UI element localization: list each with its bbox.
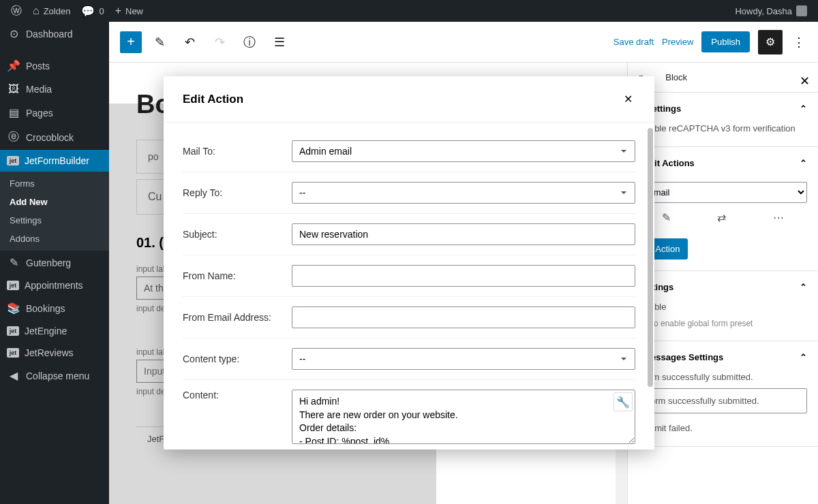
more-menu-button[interactable]: ⋮ <box>791 30 807 54</box>
panel-toggle[interactable]: l Messages Settings⌃ <box>639 352 807 362</box>
site-name[interactable]: ⌂Zolden <box>27 0 76 22</box>
message-input[interactable]: Form successfully submitted. <box>639 388 807 414</box>
panel-toggle[interactable]: ibmit Actions⌃ <box>639 158 807 168</box>
edit-mode-button[interactable]: ✎ <box>147 30 172 54</box>
menu-bookings[interactable]: 📚Bookings <box>0 296 109 320</box>
wrench-icon: 🔧 <box>616 396 630 409</box>
plus-icon: + <box>127 34 135 50</box>
undo-button[interactable]: ↶ <box>177 30 202 54</box>
more-icon[interactable]: ⋯ <box>773 210 784 226</box>
enable-label: Enable <box>639 300 807 314</box>
panel-toggle[interactable]: Settings⌃ <box>639 282 807 292</box>
avatar <box>796 5 807 16</box>
menu-appointments[interactable]: jetAppointments <box>0 274 109 296</box>
wordpress-icon: ⓦ <box>11 4 22 18</box>
new-content[interactable]: +New <box>110 0 149 22</box>
content-type-label: Content type: <box>183 353 292 364</box>
menu-crocoblock[interactable]: ⓔCrocoblock <box>0 125 109 150</box>
menu-dashboard[interactable]: ⊙Dashboard <box>0 22 109 46</box>
panel-body: Enable reCAPTCHA v3 form verification <box>639 122 807 136</box>
content-type-select[interactable]: -- <box>292 348 635 370</box>
menu-jetengine[interactable]: jetJetEngine <box>0 320 109 342</box>
outline-button[interactable]: ☰ <box>267 30 292 54</box>
close-icon: ✕ <box>624 93 633 105</box>
from-name-input[interactable] <box>292 265 635 287</box>
info-icon: ⓘ <box>243 34 256 50</box>
menu-posts[interactable]: 📌Posts <box>0 54 109 78</box>
from-email-label: From Email Address: <box>183 312 292 323</box>
admin-bar: ⓦ ⌂Zolden 💬0 +New Howdy, Dasha <box>0 0 818 22</box>
menu-jetreviews[interactable]: jetJetReviews <box>0 342 109 364</box>
admin-sidebar: ⊙Dashboard 📌Posts 🖼Media ▤Pages ⓔCrocobl… <box>0 22 109 504</box>
submenu-add-new[interactable]: Add New <box>0 193 109 211</box>
info-button[interactable]: ⓘ <box>237 30 262 54</box>
editor-toolbar: + ✎ ↶ ↷ ⓘ ☰ Save draft Preview Publish ⚙… <box>109 22 818 63</box>
settings-button[interactable]: ⚙ <box>758 30 783 54</box>
pin-icon: 📌 <box>7 59 20 72</box>
comment-icon: 💬 <box>81 5 95 18</box>
reply-to-select[interactable]: -- <box>292 182 635 204</box>
my-account[interactable]: Howdy, Dasha <box>729 0 813 22</box>
edit-action-modal: Edit Action ✕ Mail To: Admin email Reply… <box>164 76 654 450</box>
submenu-addons[interactable]: Addons <box>0 230 109 248</box>
content-label: Content: <box>183 390 292 400</box>
from-email-input[interactable] <box>292 306 635 328</box>
pencil-icon: ✎ <box>155 35 165 50</box>
wp-logo[interactable]: ⓦ <box>5 0 27 22</box>
shuffle-icon[interactable]: ⇄ <box>717 210 726 226</box>
message-label: Submit failed. <box>639 422 807 435</box>
inspector-tabs: n Block ✕ <box>628 63 818 93</box>
content-textarea[interactable] <box>292 390 635 444</box>
chevron-up-icon: ⌃ <box>800 282 807 292</box>
home-icon: ⌂ <box>33 5 40 17</box>
close-icon: ✕ <box>800 74 810 88</box>
save-draft-button[interactable]: Save draft <box>614 37 654 47</box>
panel-toggle[interactable]: a Settings⌃ <box>639 104 807 114</box>
list-icon: ☰ <box>274 35 285 50</box>
new-label: New <box>125 6 143 16</box>
modal-scrollbar[interactable] <box>648 128 653 428</box>
kebab-icon: ⋮ <box>793 35 805 50</box>
site-name-label: Zolden <box>44 6 71 16</box>
plus-icon: + <box>115 5 121 17</box>
mail-to-select[interactable]: Admin email <box>292 140 635 162</box>
inspector-close-button[interactable]: ✕ <box>797 71 813 91</box>
redo-icon: ↷ <box>215 35 225 50</box>
bookings-icon: 📚 <box>7 302 20 315</box>
menu-label: JetReviews <box>25 347 74 358</box>
gutenberg-icon: ✎ <box>7 256 20 269</box>
menu-jetformbuilder[interactable]: jetJetFormBuilder <box>0 150 109 172</box>
submenu-settings[interactable]: Settings <box>0 211 109 230</box>
subject-input[interactable] <box>292 223 635 245</box>
chevron-up-icon: ⌃ <box>800 158 807 168</box>
collapse-icon: ◀ <box>7 369 20 382</box>
menu-label: Media <box>26 84 52 95</box>
menu-media[interactable]: 🖼Media <box>0 78 109 101</box>
jet-icon: jet <box>7 281 19 290</box>
subject-label: Subject: <box>183 229 292 240</box>
submenu-forms[interactable]: Forms <box>0 174 109 193</box>
menu-label: Appointments <box>25 280 83 291</box>
redo-button[interactable]: ↷ <box>207 30 232 54</box>
panel-preset: Settings⌃ Enable his to enable global fo… <box>628 271 818 342</box>
menu-label: Crocoblock <box>26 132 74 143</box>
add-block-button[interactable]: + <box>120 31 142 53</box>
menu-collapse[interactable]: ◀Collapse menu <box>0 364 109 388</box>
pages-icon: ▤ <box>7 106 20 119</box>
menu-gutenberg[interactable]: ✎Gutenberg <box>0 251 109 274</box>
menu-pages[interactable]: ▤Pages <box>0 101 109 125</box>
reply-to-label: Reply To: <box>183 187 292 198</box>
edit-action-icon[interactable]: ✎ <box>662 210 671 226</box>
panel-captcha: a Settings⌃ Enable reCAPTCHA v3 form ver… <box>628 93 818 147</box>
menu-label: Collapse menu <box>26 371 89 381</box>
chevron-up-icon: ⌃ <box>800 352 807 362</box>
jet-icon: jet <box>7 156 19 166</box>
publish-button[interactable]: Publish <box>701 31 750 52</box>
preview-button[interactable]: Preview <box>662 37 693 47</box>
macros-button[interactable]: 🔧 <box>614 392 633 411</box>
comments[interactable]: 💬0 <box>76 0 109 22</box>
action-type-select[interactable]: Email <box>639 182 807 203</box>
modal-close-button[interactable]: ✕ <box>621 90 635 108</box>
howdy-text: Howdy, Dasha <box>735 6 792 16</box>
tab-block[interactable]: Block <box>654 63 698 92</box>
